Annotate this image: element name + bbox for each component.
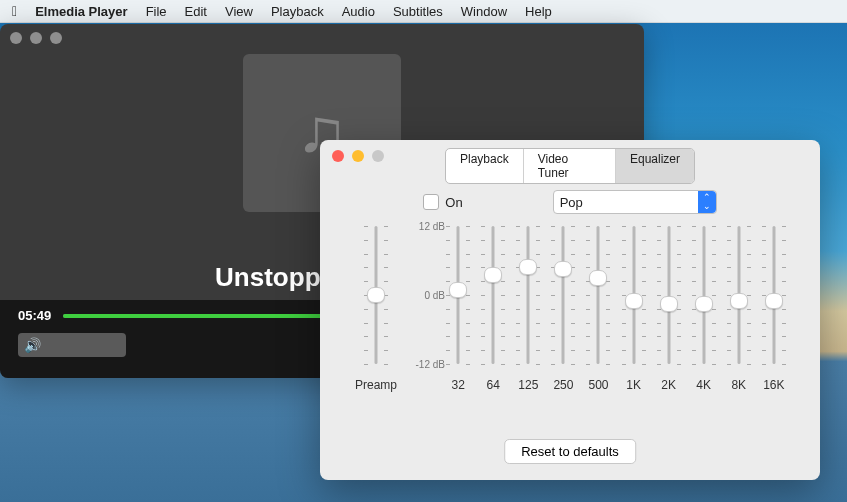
eq-slider-125[interactable]	[516, 226, 540, 364]
menubar:  Elmedia Player File Edit View Playback…	[0, 0, 847, 23]
zoom-button[interactable]	[50, 32, 62, 44]
eq-band-preamp: Preamp	[360, 226, 392, 392]
menu-help[interactable]: Help	[525, 4, 552, 19]
eq-slider-32[interactable]	[446, 226, 470, 364]
eq-band-8k: 8K	[723, 226, 755, 392]
player-traffic-lights	[10, 32, 62, 44]
eq-band-label: 250	[553, 378, 573, 392]
close-button[interactable]	[10, 32, 22, 44]
menu-edit[interactable]: Edit	[185, 4, 207, 19]
eq-slider-2k[interactable]	[657, 226, 681, 364]
eq-band-1k: 1K	[618, 226, 650, 392]
equalizer-window: Playback Video Tuner Equalizer On Pop ⌃⌄…	[320, 140, 820, 480]
eq-band-label: 64	[487, 378, 500, 392]
menu-file[interactable]: File	[146, 4, 167, 19]
eq-on-checkbox[interactable]: On	[423, 194, 462, 210]
eq-slider-1k[interactable]	[622, 226, 646, 364]
slider-thumb[interactable]	[695, 296, 713, 312]
slider-thumb[interactable]	[730, 293, 748, 309]
eq-minimize-button[interactable]	[352, 150, 364, 162]
eq-band-16k: 16K	[758, 226, 790, 392]
eq-band-32: 32	[442, 226, 474, 392]
preset-value: Pop	[560, 195, 583, 210]
volume-slider[interactable]: 🔊	[18, 333, 126, 357]
eq-slider-16k[interactable]	[762, 226, 786, 364]
menu-audio[interactable]: Audio	[342, 4, 375, 19]
slider-thumb[interactable]	[554, 261, 572, 277]
apple-menu[interactable]: 	[12, 3, 17, 19]
menu-subtitles[interactable]: Subtitles	[393, 4, 443, 19]
chevron-updown-icon: ⌃⌄	[698, 191, 716, 213]
eq-traffic-lights	[332, 150, 384, 162]
minimize-button[interactable]	[30, 32, 42, 44]
tab-equalizer[interactable]: Equalizer	[616, 149, 694, 183]
slider-thumb[interactable]	[660, 296, 678, 312]
menu-view[interactable]: View	[225, 4, 253, 19]
slider-thumb[interactable]	[449, 282, 467, 298]
eq-slider-64[interactable]	[481, 226, 505, 364]
eq-band-label: Preamp	[355, 378, 397, 392]
eq-slider-preamp[interactable]	[364, 226, 388, 364]
menubar-appname[interactable]: Elmedia Player	[35, 4, 128, 19]
eq-band-label: 32	[451, 378, 464, 392]
eq-band-500: 500	[582, 226, 614, 392]
eq-slider-500[interactable]	[586, 226, 610, 364]
eq-slider-8k[interactable]	[727, 226, 751, 364]
tab-playback[interactable]: Playback	[446, 149, 524, 183]
eq-band-label: 125	[518, 378, 538, 392]
eq-zoom-button[interactable]	[372, 150, 384, 162]
eq-slider-4k[interactable]	[692, 226, 716, 364]
tab-video-tuner[interactable]: Video Tuner	[524, 149, 616, 183]
slider-thumb[interactable]	[589, 270, 607, 286]
eq-band-label: 500	[588, 378, 608, 392]
preset-select[interactable]: Pop ⌃⌄	[553, 190, 717, 214]
slider-thumb[interactable]	[625, 293, 643, 309]
eq-on-label: On	[445, 195, 462, 210]
eq-band-250: 250	[547, 226, 579, 392]
eq-band-125: 125	[512, 226, 544, 392]
slider-thumb[interactable]	[367, 287, 385, 303]
eq-band-label: 1K	[626, 378, 641, 392]
eq-sliders: Preamp32641252505001K2K4K8K16K	[360, 226, 790, 392]
slider-thumb[interactable]	[765, 293, 783, 309]
eq-band-label: 16K	[763, 378, 784, 392]
slider-thumb[interactable]	[484, 267, 502, 283]
eq-close-button[interactable]	[332, 150, 344, 162]
volume-icon: 🔊	[24, 337, 41, 353]
time-elapsed: 05:49	[18, 308, 51, 323]
eq-band-2k: 2K	[653, 226, 685, 392]
slider-thumb[interactable]	[519, 259, 537, 275]
eq-tabs: Playback Video Tuner Equalizer	[445, 148, 695, 184]
eq-band-label: 2K	[661, 378, 676, 392]
eq-band-label: 4K	[696, 378, 711, 392]
reset-defaults-button[interactable]: Reset to defaults	[504, 439, 636, 464]
menu-window[interactable]: Window	[461, 4, 507, 19]
eq-slider-250[interactable]	[551, 226, 575, 364]
menu-playback[interactable]: Playback	[271, 4, 324, 19]
eq-band-label: 8K	[731, 378, 746, 392]
eq-band-4k: 4K	[688, 226, 720, 392]
eq-band-64: 64	[477, 226, 509, 392]
checkbox-icon	[423, 194, 439, 210]
